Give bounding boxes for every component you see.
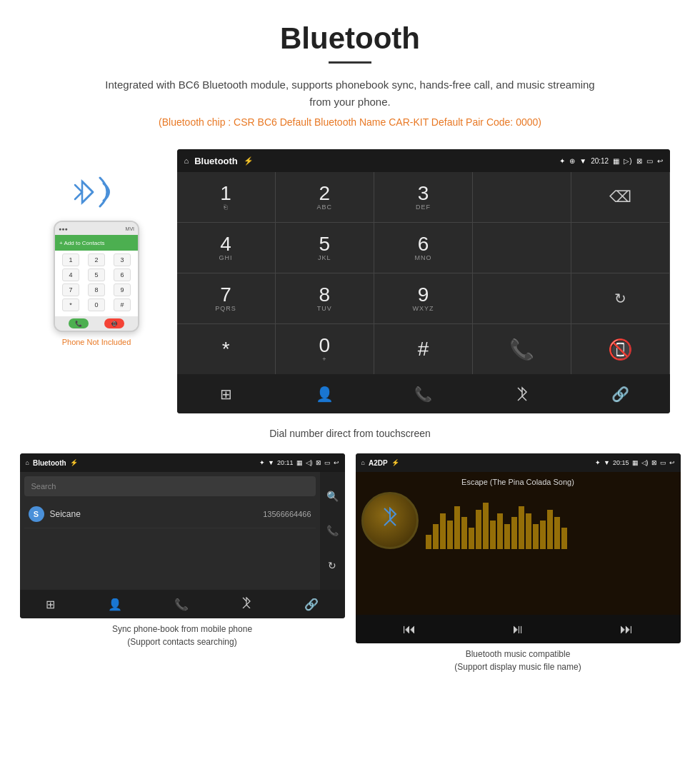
dial-key-7[interactable]: 7 PQRS <box>177 273 275 323</box>
music-usb-icon: ⚡ <box>391 459 399 466</box>
dial-key-8[interactable]: 8 TUV <box>276 273 374 323</box>
phone-call-green-btn: 📞 <box>69 318 89 328</box>
viz-bar <box>461 517 467 549</box>
music-content: Escape (The Pina Colada Song) <box>356 472 681 615</box>
music-play-pause-btn[interactable]: ⏯ <box>511 622 524 637</box>
music-close-icon[interactable]: ⊠ <box>651 459 657 466</box>
pb-nav-phone[interactable]: 📞 <box>174 598 189 611</box>
phonebook-time: 20:11 <box>277 459 294 466</box>
nav-phone-btn[interactable]: 📞 <box>409 380 438 408</box>
close-icon[interactable]: ⊠ <box>636 157 642 165</box>
dial-key-1[interactable]: 1 ⎗ <box>177 172 275 222</box>
nav-grid-btn[interactable]: ⊞ <box>212 380 241 408</box>
side-refresh-icon[interactable]: ↻ <box>328 555 336 576</box>
phonebook-back-icon[interactable]: ↩ <box>334 459 339 466</box>
music-prev-btn[interactable]: ⏮ <box>403 622 416 637</box>
pb-nav-person[interactable]: 👤 <box>108 598 122 611</box>
phone-key-6: 6 <box>114 268 131 281</box>
phonebook-close-icon[interactable]: ⊠ <box>316 459 321 466</box>
phone-key-star: * <box>62 298 79 311</box>
dial-refresh[interactable]: ↻ <box>571 273 669 323</box>
phonebook-main: Search S Seicane 13566664466 <box>20 472 320 590</box>
dial-key-6[interactable]: 6 MNO <box>374 223 472 273</box>
title-divider <box>329 61 371 64</box>
svg-line-7 <box>384 520 390 526</box>
phone-key-7: 7 <box>62 283 79 296</box>
dial-key-5[interactable]: 5 JKL <box>276 223 374 273</box>
nav-person-btn[interactable]: 👤 <box>311 380 339 408</box>
phone-status-bar: ●●● MVI <box>55 222 138 235</box>
pb-nav-link[interactable]: 🔗 <box>304 598 319 611</box>
dial-key-9[interactable]: 9 WXYZ <box>374 273 472 323</box>
status-left: ⌂ Bluetooth ⚡ <box>184 156 254 166</box>
nav-bluetooth-btn[interactable] <box>508 380 536 408</box>
phonebook-camera-icon[interactable]: ▦ <box>296 459 303 466</box>
dial-key-hash[interactable]: # <box>374 324 472 374</box>
contact-avatar: S <box>29 506 44 522</box>
dial-call-green[interactable]: 📞 <box>473 324 571 374</box>
music-controls: ⏮ ⏯ ⏭ <box>356 615 681 643</box>
svg-line-0 <box>75 192 82 199</box>
viz-bar <box>554 517 560 549</box>
phonebook-vol-icon[interactable]: ◁) <box>306 459 313 466</box>
viz-bar <box>440 513 446 549</box>
phonebook-nav: ⊞ 👤 📞 🔗 <box>20 590 345 618</box>
dial-empty-4 <box>473 273 571 323</box>
music-home-icon[interactable]: ⌂ <box>361 459 365 466</box>
camera-icon[interactable]: ▦ <box>613 157 619 165</box>
dial-key-3[interactable]: 3 DEF <box>374 172 472 222</box>
page-title: Bluetooth <box>14 21 686 56</box>
back-icon[interactable]: ↩ <box>657 157 663 165</box>
dial-call-red[interactable]: 📵 <box>571 324 669 374</box>
dial-key-2[interactable]: 2 ABC <box>276 172 374 222</box>
phonebook-title: Bluetooth <box>33 459 66 467</box>
dial-key-0[interactable]: 0 + <box>276 324 374 374</box>
viz-bar <box>454 506 460 549</box>
search-box[interactable]: Search <box>24 476 316 496</box>
phonebook-home-icon[interactable]: ⌂ <box>26 459 29 466</box>
music-visualizer <box>426 492 675 549</box>
side-search-icon[interactable]: 🔍 <box>326 486 339 507</box>
android-dial-screen: ⌂ Bluetooth ⚡ ✦ ⊕ ▼ 20:12 ▦ ▷) ⊠ ▭ ↩ 1 ⎗ <box>177 149 670 413</box>
music-vol-icon[interactable]: ◁) <box>641 459 649 466</box>
phone-call-red-btn: 📵 <box>104 318 124 328</box>
viz-bar <box>476 510 481 549</box>
side-phone-icon[interactable]: 📞 <box>326 520 339 541</box>
music-item: ⌂ A2DP ⚡ ✦ ▼ 20:15 ▦ ◁) ⊠ ▭ ↩ Escape (Th… <box>356 453 681 673</box>
music-next-btn[interactable]: ⏭ <box>620 622 633 637</box>
nav-link-btn[interactable]: 🔗 <box>606 380 635 408</box>
home-icon[interactable]: ⌂ <box>184 156 189 165</box>
phonebook-caption: Sync phone-book from mobile phone (Suppo… <box>112 623 252 648</box>
phone-not-included-label: Phone Not Included <box>62 338 131 346</box>
dial-backspace[interactable]: ⌫ <box>571 172 669 222</box>
window-icon[interactable]: ▭ <box>646 157 653 165</box>
phone-area: ●●● MVI + Add to Contacts 1 2 3 4 5 6 7 <box>31 149 163 346</box>
viz-bar <box>511 517 517 549</box>
svg-line-5 <box>243 605 246 608</box>
viz-bar <box>497 513 503 549</box>
pb-nav-grid[interactable]: ⊞ <box>46 598 55 611</box>
music-window-icon[interactable]: ▭ <box>660 459 666 466</box>
search-placeholder: Search <box>31 482 56 491</box>
music-camera-icon[interactable]: ▦ <box>632 459 639 466</box>
music-main-area <box>361 492 675 549</box>
viz-bar <box>519 506 524 549</box>
phone-key-0: 0 <box>88 298 105 311</box>
phonebook-item: ⌂ Bluetooth ⚡ ✦ ▼ 20:11 ▦ ◁) ⊠ ▭ ↩ <box>20 453 345 673</box>
contact-number: 13566664466 <box>263 510 311 518</box>
header-description: Integrated with BC6 Bluetooth module, su… <box>100 76 600 111</box>
dial-key-star[interactable]: * <box>177 324 275 374</box>
phone-key-3: 3 <box>114 253 131 266</box>
volume-icon[interactable]: ▷) <box>624 157 631 165</box>
phonebook-window-icon[interactable]: ▭ <box>324 459 331 466</box>
pb-nav-bluetooth[interactable] <box>241 597 251 611</box>
music-time: 20:15 <box>613 459 629 466</box>
main-content: ●●● MVI + Add to Contacts 1 2 3 4 5 6 7 <box>0 149 700 413</box>
svg-line-1 <box>75 185 82 192</box>
phonebook-bt-icon: ✦ <box>259 459 265 466</box>
main-caption: Dial number direct from touchscreen <box>0 421 700 453</box>
status-right: ✦ ⊕ ▼ 20:12 ▦ ▷) ⊠ ▭ ↩ <box>559 157 662 165</box>
dial-key-4[interactable]: 4 GHI <box>177 223 275 273</box>
music-back-icon[interactable]: ↩ <box>669 459 675 466</box>
contact-row: S Seicane 13566664466 <box>24 501 316 528</box>
